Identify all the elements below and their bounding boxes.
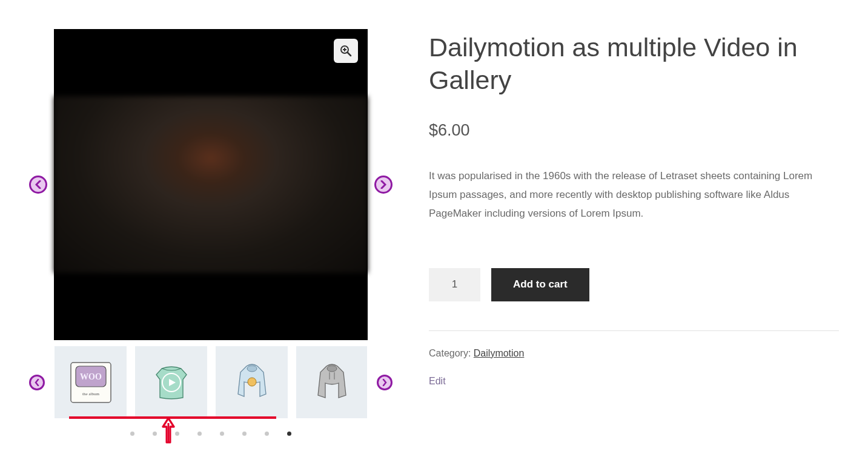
add-to-cart-button[interactable]: Add to cart (491, 268, 589, 301)
dot-8[interactable] (287, 432, 291, 436)
dot-6[interactable] (242, 432, 247, 436)
video-frame (54, 96, 368, 273)
svg-text:WOO: WOO (80, 372, 102, 381)
gallery-pagination-dots (29, 432, 393, 436)
svg-point-9 (247, 366, 257, 372)
thumb-woo-album[interactable]: WOO the album (55, 346, 127, 418)
thumb-green-sweater[interactable] (135, 346, 207, 418)
dot-2[interactable] (153, 432, 157, 436)
dot-4[interactable] (197, 432, 202, 436)
category-label: Category: (429, 348, 474, 358)
svg-point-11 (327, 366, 337, 372)
dot-7[interactable] (265, 432, 269, 436)
price-value: 6.00 (438, 121, 470, 139)
svg-point-10 (248, 378, 256, 386)
zoom-in-icon (340, 45, 352, 57)
svg-line-1 (348, 53, 351, 56)
album-cover-icon: WOO the album (66, 358, 116, 407)
edit-link[interactable]: Edit (429, 376, 446, 386)
currency-symbol: $ (429, 121, 438, 139)
dot-1[interactable] (130, 432, 134, 436)
hoodie-blue-icon (227, 358, 277, 407)
thumbnail-strip: WOO the album (29, 346, 393, 418)
product-gallery: WOO the album (29, 29, 393, 436)
main-image-wrap (29, 29, 393, 340)
dot-5[interactable] (220, 432, 224, 436)
thumb-blue-hoodie[interactable] (216, 346, 288, 418)
add-to-cart-row: Add to cart (429, 268, 839, 301)
gallery-next-button[interactable] (374, 176, 393, 194)
product-price: $6.00 (429, 121, 839, 140)
category-link[interactable]: Dailymotion (474, 348, 525, 358)
category-meta: Category: Dailymotion (429, 348, 839, 359)
zoom-button[interactable] (334, 39, 358, 63)
hoodie-grey-icon (307, 358, 357, 407)
gallery-main-image[interactable] (54, 29, 368, 340)
play-overlay-icon (161, 372, 182, 393)
annotation-red-underline (69, 416, 276, 419)
svg-text:the album: the album (82, 392, 99, 396)
quantity-input[interactable] (429, 268, 480, 301)
annotation-red-arrow-icon (161, 417, 176, 444)
gallery-prev-button[interactable] (29, 176, 47, 194)
divider (429, 330, 839, 331)
thumbs-prev-button[interactable] (29, 375, 45, 390)
product-details: Dailymotion as multiple Video in Gallery… (429, 29, 839, 436)
product-description: It was popularised in the 1960s with the… (429, 166, 839, 223)
product-title: Dailymotion as multiple Video in Gallery (429, 31, 839, 97)
thumb-grey-hoodie[interactable] (296, 346, 367, 418)
dot-3[interactable] (175, 432, 179, 436)
thumbs-next-button[interactable] (377, 375, 393, 390)
